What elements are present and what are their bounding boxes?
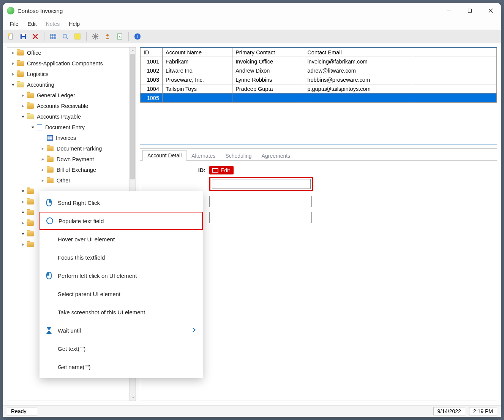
cell-id[interactable]: 1005 — [141, 94, 163, 103]
cell-email[interactable]: p.gupta@tailspintoys.com — [304, 84, 413, 94]
column-header[interactable]: Primary Contact — [232, 48, 304, 57]
tree-caret-icon[interactable] — [21, 221, 25, 225]
tree-caret-icon[interactable] — [21, 200, 25, 204]
table-row[interactable]: 1001FabrikamInvoicing Officeinvoicing@fa… — [141, 57, 497, 66]
cell-contact[interactable] — [232, 94, 304, 103]
tree-caret-icon[interactable] — [11, 83, 15, 87]
export-button[interactable]: X — [115, 32, 125, 41]
tree-item[interactable]: Other — [7, 175, 129, 186]
search-button[interactable] — [60, 32, 70, 41]
column-header[interactable]: Contact Email — [304, 48, 413, 57]
cell-email[interactable]: invoicing@fabrikam.com — [304, 57, 413, 66]
context-menu-item[interactable]: Get text("") — [39, 339, 203, 358]
field-3-input[interactable] — [209, 212, 312, 223]
tab[interactable]: Alternates — [186, 151, 220, 161]
scroll-down-button[interactable] — [130, 394, 136, 401]
menu-help[interactable]: Help — [65, 19, 84, 29]
column-header[interactable]: ID — [141, 48, 163, 57]
table-row[interactable]: 1003Proseware, Inc.Lynne Robbinslrobbins… — [141, 75, 497, 84]
context-menu-item[interactable]: Hover over UI element — [39, 230, 203, 248]
cell-email[interactable] — [304, 94, 413, 103]
context-menu-item[interactable]: Wait until — [39, 321, 203, 339]
tree-item[interactable]: General Ledger — [7, 90, 129, 101]
chevron-right-icon — [192, 327, 196, 334]
tree-caret-icon[interactable] — [11, 72, 15, 76]
save-button[interactable] — [18, 32, 28, 41]
context-menu-item[interactable]: Populate text field — [39, 212, 203, 230]
table-row[interactable]: 1004Tailspin ToysPradeep Guptap.gupta@ta… — [141, 84, 497, 94]
tree-item[interactable]: Document Entry — [7, 122, 129, 133]
tree-caret-icon[interactable] — [21, 189, 25, 193]
tree-item[interactable]: Office — [7, 48, 129, 58]
field-2-input[interactable] — [209, 196, 312, 207]
cell-id[interactable]: 1002 — [141, 66, 163, 75]
table-row[interactable]: 1005 — [141, 94, 497, 103]
minimize-button[interactable] — [438, 3, 459, 18]
id-input[interactable] — [212, 179, 311, 189]
tree-item[interactable]: Document Parking — [7, 143, 129, 154]
delete-button[interactable] — [30, 32, 40, 41]
cell-name[interactable]: Fabrikam — [163, 57, 232, 66]
data-grid[interactable]: IDAccount NamePrimary ContactContact Ema… — [140, 47, 497, 144]
tree-item[interactable]: Logistics — [7, 69, 129, 79]
tree-caret-icon[interactable] — [41, 157, 44, 161]
tree-caret-icon[interactable] — [21, 104, 25, 108]
cell-contact[interactable]: Andrew Dixon — [232, 66, 304, 75]
tree-item[interactable]: Accounts Payable — [7, 111, 129, 122]
tree-caret-icon[interactable] — [11, 51, 15, 55]
settings-button[interactable] — [90, 32, 100, 41]
tree-item[interactable]: Accounting — [7, 79, 129, 90]
cell-name[interactable]: Tailspin Toys — [163, 84, 232, 94]
cell-id[interactable]: 1004 — [141, 84, 163, 94]
cell-contact[interactable]: Pradeep Gupta — [232, 84, 304, 94]
context-menu-item[interactable]: Focus this textfield — [39, 248, 203, 266]
cell-email[interactable]: lrobbins@proseware.com — [304, 75, 413, 84]
tree-caret-icon[interactable] — [41, 147, 44, 151]
cell-name[interactable]: Litware Inc. — [163, 66, 232, 75]
new-button[interactable] — [6, 32, 16, 41]
cell-id[interactable]: 1001 — [141, 57, 163, 66]
tree-caret-icon[interactable] — [41, 168, 44, 172]
tree-item[interactable]: Bill of Exchange — [7, 165, 129, 175]
cell-contact[interactable]: Lynne Robbins — [232, 75, 304, 84]
tree-caret-icon[interactable] — [41, 179, 44, 182]
tree-caret-icon[interactable] — [21, 115, 25, 119]
cell-name[interactable]: Proseware, Inc. — [163, 75, 232, 84]
tree-item[interactable]: Accounts Receivable — [7, 101, 129, 111]
table-row[interactable]: 1002Litware Inc.Andrew Dixonadrew@litwar… — [141, 66, 497, 75]
cell-email[interactable]: adrew@litware.com — [304, 66, 413, 75]
tab[interactable]: Account Detail — [142, 150, 186, 161]
user-button[interactable] — [103, 32, 112, 41]
context-menu-item[interactable]: Take screenshot of this UI element — [39, 303, 203, 321]
tree-caret-icon[interactable] — [21, 211, 25, 214]
close-button[interactable] — [480, 3, 501, 18]
tab[interactable]: Scheduling — [220, 151, 256, 161]
tree-caret-icon[interactable] — [11, 62, 15, 65]
info-button[interactable]: i — [133, 32, 142, 41]
edit-chip[interactable]: Edit — [209, 166, 234, 174]
tree-caret-icon[interactable] — [21, 232, 25, 236]
cell-contact[interactable]: Invoicing Office — [232, 57, 304, 66]
menu-file[interactable]: File — [6, 19, 22, 29]
note-button[interactable] — [73, 32, 82, 41]
menu-edit[interactable]: Edit — [24, 19, 41, 29]
grid-button[interactable] — [48, 32, 58, 41]
context-menu-item[interactable]: Get name("") — [39, 358, 203, 376]
tree-item[interactable]: Cross-Application Components — [7, 58, 129, 69]
scroll-up-button[interactable] — [130, 48, 136, 54]
tree-caret-icon[interactable] — [21, 242, 25, 246]
maximize-button[interactable] — [459, 3, 480, 18]
context-menu-item[interactable]: Select parent UI element — [39, 285, 203, 303]
cell-id[interactable]: 1003 — [141, 75, 163, 84]
cell-name[interactable] — [163, 94, 232, 103]
tree-item[interactable]: Invoices — [7, 133, 129, 143]
context-menu-item[interactable]: Send Right Click — [39, 193, 203, 212]
tree-caret-icon[interactable] — [31, 125, 35, 129]
context-menu-item[interactable]: Perform left click on UI element — [39, 266, 203, 285]
table-icon — [47, 135, 53, 141]
tab[interactable]: Agreements — [257, 151, 295, 161]
tree-item[interactable]: Down Payment — [7, 154, 129, 165]
scroll-thumb[interactable] — [130, 54, 135, 179]
column-header[interactable]: Account Name — [163, 48, 232, 57]
tree-caret-icon[interactable] — [21, 94, 25, 97]
